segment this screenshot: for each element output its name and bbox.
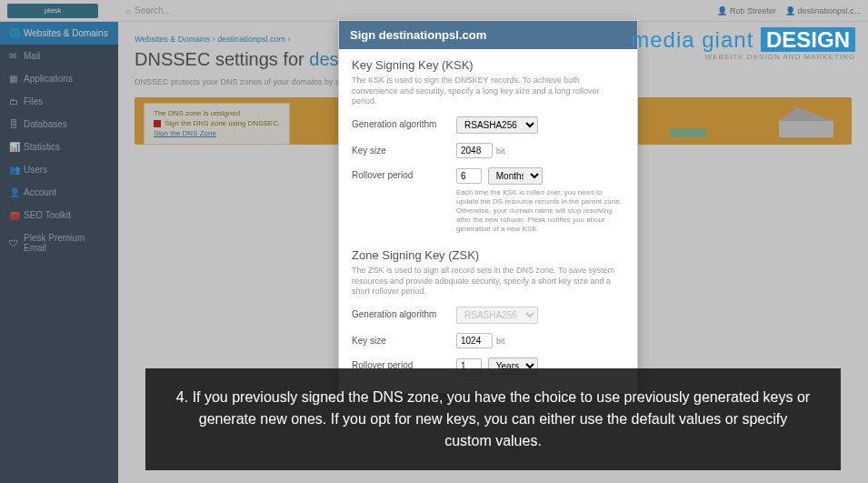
ksk-rollover-note: Each time the KSK is rolled over, you ne… (456, 188, 624, 234)
zsk-size-label: Key size (352, 333, 456, 346)
watermark-logo: media giant DESIGN WEBSITE DESIGN AND MA… (631, 27, 855, 61)
modal-title: Sign destinationpsl.com (339, 21, 637, 49)
zsk-algo-select: RSASHA256 (456, 307, 538, 324)
ksk-rollover-label: Rollover period (352, 167, 456, 180)
ksk-size-label: Key size (352, 143, 456, 156)
zsk-description: The ZSK is used to sign all record sets … (352, 266, 624, 297)
ksk-rollover-input[interactable] (456, 168, 482, 184)
sign-zone-modal: Sign destinationpsl.com Key Signing Key … (338, 20, 638, 394)
zsk-size-unit: bit (496, 337, 505, 346)
ksk-description: The KSK is used to sign the DNSKEY recor… (352, 75, 624, 107)
ksk-algo-label: Generation algorithm (352, 116, 456, 129)
ksk-algo-select[interactable]: RSASHA256 (456, 116, 538, 134)
zsk-size-input[interactable] (456, 333, 493, 348)
ksk-size-unit: bit (496, 146, 505, 156)
ksk-size-input[interactable] (456, 143, 493, 158)
ksk-heading: Key Signing Key (KSK) (352, 58, 624, 72)
ksk-rollover-unit-select[interactable]: Months (488, 167, 543, 185)
tutorial-caption: 4. If you previously signed the DNS zone… (145, 368, 841, 470)
zsk-algo-label: Generation algorithm (352, 307, 456, 319)
zsk-heading: Zone Signing Key (ZSK) (352, 248, 624, 262)
